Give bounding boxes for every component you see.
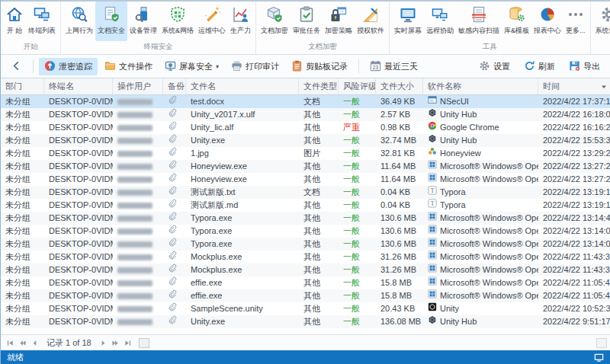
ribbon-item-licensed-software[interactable]: 授权软件 <box>355 2 387 41</box>
settings-gear-icon <box>600 5 610 24</box>
table-row[interactable]: 未分组DESKTOP-0VIDMDJ测试新版.txt文档一般0.04 KBTTy… <box>1 186 610 199</box>
table-row[interactable]: 未分组DESKTOP-0VIDMDJ1.jpg图片一般32.81 KBHoney… <box>1 147 610 160</box>
table-row[interactable]: 未分组DESKTOP-0VIDMDJUnity.exe其他一般136.08 MB… <box>1 315 610 328</box>
nav-last-button[interactable] <box>122 337 134 348</box>
column-header-time[interactable]: 时间 <box>538 78 610 94</box>
ribbon-item-content-scan[interactable]: 敏感内容扫描 <box>456 2 502 41</box>
back-button[interactable] <box>5 58 27 75</box>
cell-text: DESKTOP-0VIDMDJ <box>49 238 113 251</box>
toolbar-button-file-ops[interactable]: 文件操作 <box>99 58 158 75</box>
productivity-icon <box>232 5 250 24</box>
column-header-size[interactable]: 文件大小 <box>376 78 423 94</box>
toolbar-button-leak-trace[interactable]: 泄密追踪 <box>39 58 98 75</box>
ribbon-item-library-template[interactable]: 库&模板 <box>502 2 531 41</box>
ribbon-item-report-center[interactable]: 报表中心 <box>531 2 563 41</box>
toolbar-button-gear-small[interactable]: 设置 <box>474 58 515 75</box>
table-row[interactable]: 未分组DESKTOP-0VIDMDJUnity.exe其他一般32.74 MBU… <box>1 134 610 147</box>
table-row[interactable]: 未分组DESKTOP-0VIDMDJeffie.exe其他一般15.8 MBMi… <box>1 289 610 302</box>
table-row[interactable]: 未分组DESKTOP-0VIDMDJHoneyview.exe其他一般11.64… <box>1 173 610 186</box>
cell-risk: 一般 <box>339 108 376 121</box>
ribbon-item-device-manage[interactable]: 设备管理 <box>127 2 159 41</box>
ribbon-item-ops-center[interactable]: 运维中心 <box>196 2 228 41</box>
ribbon-item-approval-task[interactable]: 审批任务 <box>291 2 323 41</box>
toolbar-button-export[interactable]: 导出 <box>563 58 605 75</box>
toolbar-button-label: 剪贴板记录 <box>306 61 348 72</box>
nav-prev-button[interactable] <box>28 337 40 348</box>
table-row[interactable]: 未分组DESKTOP-0VIDMDJTypora.exe其他一般130.6 MB… <box>1 238 610 251</box>
cell-time: 2022/4/22 15:53:32 <box>538 134 610 147</box>
cell-dept: 未分组 <box>1 186 44 199</box>
table-row[interactable]: 未分组DESKTOP-0VIDMDJeffie.exe其他一般15.8 MBMi… <box>1 276 610 289</box>
cell-risk: 严重 <box>339 121 376 134</box>
ribbon-item-doc-security[interactable]: 文档安全 <box>95 2 127 41</box>
ribbon-item-home[interactable]: 开 始 <box>3 2 26 41</box>
cell-software: Unity <box>423 302 538 315</box>
ribbon-item-remote-assist[interactable]: 远程协助 <box>424 2 456 41</box>
ribbon-item-productivity[interactable]: 生产力 <box>228 2 253 41</box>
cell-text: 其他 <box>303 212 320 225</box>
ribbon-item-settings-gear[interactable]: 系统设置 <box>593 2 610 41</box>
cell-software: Honeyview <box>423 147 538 160</box>
cell-time: 2022/4/22 13:14:06 <box>538 238 610 251</box>
nav-prev-page-button[interactable] <box>16 337 28 348</box>
nav-first-button[interactable] <box>4 337 16 348</box>
toolbar-button-calendar[interactable]: 23最近三天 <box>364 58 423 75</box>
column-header-dept[interactable]: 部门 <box>1 78 44 94</box>
operator-user-redacted <box>117 267 152 273</box>
cell-text: 未分组 <box>5 134 30 147</box>
cell-file: effie.exe <box>186 276 299 289</box>
column-header-file[interactable]: 文件名 <box>186 78 299 94</box>
table-row[interactable]: 未分组DESKTOP-0VIDMDJUnity_v2017.x.ulf其他一般2… <box>1 108 610 121</box>
pager-extra-button[interactable] <box>139 338 149 348</box>
ribbon-item-live-screen[interactable]: 实时屏幕 <box>392 2 424 41</box>
table-row[interactable]: 未分组DESKTOP-0VIDMDJUnity_lic.alf其他严重0.98 … <box>1 121 610 134</box>
cell-type: 其他 <box>299 225 339 238</box>
toolbar-separator <box>33 59 34 73</box>
table-row[interactable]: 未分组DESKTOP-0VIDMDJtest.docx文档一般36.49 KBN… <box>1 95 610 108</box>
column-header-risk[interactable]: 风险评级 <box>339 78 376 94</box>
column-header-terminal[interactable]: 终端名 <box>44 78 113 94</box>
status-monitor-icon[interactable] <box>594 353 604 362</box>
ribbon-item-more-dots[interactable]: 更多... <box>563 2 588 41</box>
app-windows-icon <box>428 225 440 238</box>
table-row[interactable]: 未分组DESKTOP-0VIDMDJTypora.exe其他一般130.6 MB… <box>1 225 610 238</box>
app-unity-icon <box>428 302 440 315</box>
data-grid: 部门终端名操作用户备份文件名文件类型风险评级文件大小软件名称时间 未分组DESK… <box>1 78 610 334</box>
cell-dept: 未分组 <box>1 212 44 225</box>
column-header-label: 部门 <box>5 81 22 92</box>
ribbon-item-system-network[interactable]: 系统&网络 <box>159 2 196 41</box>
time-value: 2022/4/22 11:05:43 <box>543 289 610 302</box>
cell-text: 未分组 <box>5 186 30 199</box>
cell-file: 测试新版.md <box>186 199 299 212</box>
cell-backup <box>163 315 186 328</box>
cell-size: 31.26 MB <box>376 251 423 263</box>
ribbon-item-terminal-list[interactable]: 终端列表 <box>26 2 58 41</box>
toolbar-button-refresh[interactable]: 刷新 <box>518 58 560 75</box>
column-header-type[interactable]: 文件类型 <box>299 78 339 94</box>
cell-user <box>113 212 163 225</box>
column-header-user[interactable]: 操作用户 <box>113 78 163 94</box>
table-row[interactable]: 未分组DESKTOP-0VIDMDJ测试新版.md其他一般0.04 KBTTyp… <box>1 199 610 212</box>
table-row[interactable]: 未分组DESKTOP-0VIDMDJMockplus.exe其他一般31.26 … <box>1 263 610 276</box>
table-row[interactable]: 未分组DESKTOP-0VIDMDJMockplus.exe其他一般31.26 … <box>1 251 610 263</box>
operator-user-redacted <box>117 241 152 247</box>
ribbon-item-encrypt-policy[interactable]: 加密策略 <box>323 2 355 41</box>
column-header-backup[interactable]: 备份 <box>163 78 186 94</box>
column-header-software[interactable]: 软件名称 <box>423 78 538 94</box>
nav-next-button[interactable] <box>98 337 110 348</box>
cell-backup <box>163 225 186 238</box>
cell-text: 20.43 KB <box>380 302 415 315</box>
toolbar-button-clipboard-record[interactable]: 剪贴板记录 <box>286 58 353 75</box>
cell-size: 130.6 MB <box>376 212 423 225</box>
table-row[interactable]: 未分组DESKTOP-0VIDMDJTypora.exe其他一般130.6 MB… <box>1 212 610 225</box>
nav-next-page-button[interactable] <box>110 337 122 348</box>
ribbon-item-web-behavior[interactable]: 上网行为 <box>63 2 95 41</box>
toolbar-button-screen-security[interactable]: 屏幕安全▾ <box>159 58 224 75</box>
table-row[interactable]: 未分组DESKTOP-0VIDMDJHoneyview.exe其他一般11.64… <box>1 160 610 173</box>
ribbon-item-doc-encrypt[interactable]: 文档加密 <box>258 2 291 41</box>
web-behavior-icon <box>70 5 88 24</box>
scrollbar-right-button[interactable] <box>596 338 607 348</box>
toolbar-button-print-audit[interactable]: 打印审计 <box>226 58 284 75</box>
cell-risk: 一般 <box>339 186 376 199</box>
table-row[interactable]: 未分组DESKTOP-0VIDMDJSampleScene.unity其他一般2… <box>1 302 610 315</box>
